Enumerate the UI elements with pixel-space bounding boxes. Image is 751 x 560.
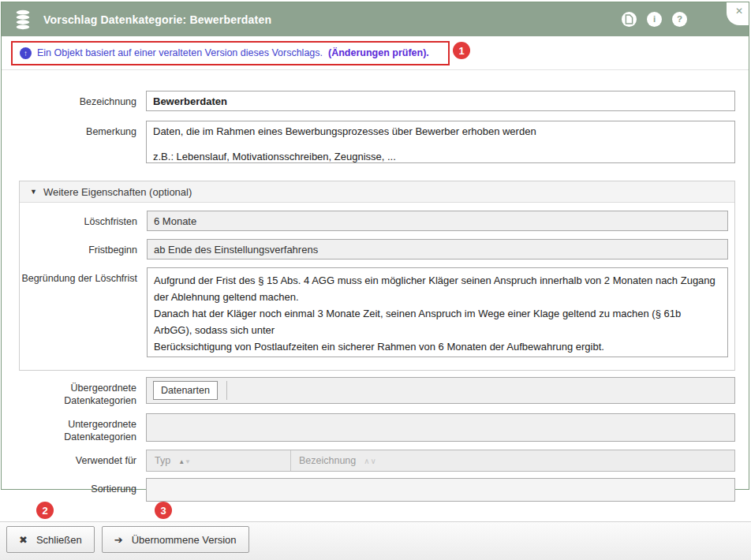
begruendung-row: Begründung der Löschfrist Aufgrund der F… bbox=[20, 267, 728, 360]
dialog-title: Vorschlag Datenkategorie: Bewerberdaten bbox=[43, 13, 271, 26]
sortierung-row: Sortierung bbox=[2, 478, 735, 502]
uebergeordnete-field: Datenarten bbox=[146, 377, 735, 404]
help-icon[interactable]: ? bbox=[672, 12, 687, 27]
bemerkung-row: Bemerkung Daten, die im Rahmen eines Bew… bbox=[2, 121, 735, 166]
fristbeginn-row: Fristbeginn ab Ende des Einstellungsverf… bbox=[20, 239, 728, 259]
uebernommene-version-button[interactable]: ➔ Übernommene Version bbox=[102, 526, 249, 553]
bezeichnung-label: Bezeichnung bbox=[2, 91, 146, 111]
sortierung-field bbox=[146, 478, 735, 502]
arrow-up-circle-icon: ↑ bbox=[20, 47, 32, 59]
callout-badge-2: 2 bbox=[36, 502, 54, 519]
sortierung-label: Sortierung bbox=[2, 478, 146, 502]
dialog-panel: Vorschlag Datenkategorie: Bewerberdaten … bbox=[1, 2, 749, 490]
column-header-bezeichnung[interactable]: Bezeichnung ∧∨ bbox=[291, 450, 385, 471]
verwendet-fuer-label: Verwendet für bbox=[2, 450, 146, 472]
footer-bar: ✖ Schließen ➔ Übernommene Version bbox=[0, 521, 751, 560]
arrow-right-icon: ➔ bbox=[114, 535, 123, 545]
untergeordnete-field bbox=[146, 413, 735, 442]
optional-section: ▼ Weitere Eigenschaften (optional) Lösch… bbox=[19, 181, 735, 371]
optional-section-toggle[interactable]: ▼ Weitere Eigenschaften (optional) bbox=[20, 181, 734, 203]
info-icon[interactable]: i bbox=[647, 12, 662, 27]
untergeordnete-label: Untergeordnete Datenkategorien bbox=[2, 413, 146, 443]
fristbeginn-label: Fristbeginn bbox=[20, 239, 147, 259]
alert-text: Ein Objekt basiert auf einer veralteten … bbox=[37, 47, 323, 58]
bezeichnung-input[interactable] bbox=[146, 91, 735, 111]
database-icon bbox=[13, 9, 33, 30]
datenarten-chip[interactable]: Datenarten bbox=[153, 381, 218, 400]
begruendung-label: Begründung der Löschfrist bbox=[20, 267, 147, 360]
alert-row: ↑ Ein Objekt basiert auf einer veraltete… bbox=[2, 36, 749, 70]
optional-section-title: Weitere Eigenschaften (optional) bbox=[43, 186, 192, 198]
close-button[interactable]: ✕ bbox=[727, 2, 749, 25]
schliessen-button[interactable]: ✖ Schließen bbox=[6, 526, 95, 553]
dialog-header: Vorschlag Datenkategorie: Bewerberdaten … bbox=[2, 2, 749, 36]
form-area: Bezeichnung Bemerkung Daten, die im Rahm… bbox=[2, 70, 749, 502]
verwendet-fuer-table-header: Typ ▲▼ Bezeichnung ∧∨ bbox=[146, 450, 735, 472]
close-x-icon: ✖ bbox=[19, 535, 28, 545]
schliessen-button-label: Schließen bbox=[36, 534, 82, 546]
uebergeordnete-row: Übergeordnete Datenkategorien Datenarten bbox=[2, 377, 735, 407]
close-icon: ✕ bbox=[735, 6, 743, 25]
bezeichnung-row: Bezeichnung bbox=[2, 91, 735, 111]
fristbeginn-field: ab Ende des Einstellungsverfahrens bbox=[147, 239, 728, 259]
sort-icons-bezeichnung: ∧∨ bbox=[364, 457, 377, 465]
bemerkung-textarea[interactable]: Daten, die im Rahmen eines Bewerbungspro… bbox=[146, 121, 735, 163]
loeschfristen-label: Löschfristen bbox=[20, 211, 147, 231]
header-actions: i ? bbox=[622, 12, 687, 27]
loeschfristen-row: Löschfristen 6 Monate bbox=[20, 211, 728, 231]
loeschfristen-field: 6 Monate bbox=[147, 211, 728, 231]
callout-badge-3: 3 bbox=[155, 502, 172, 519]
uebernommene-version-button-label: Übernommene Version bbox=[132, 534, 237, 546]
chip-divider bbox=[226, 381, 227, 400]
untergeordnete-row: Untergeordnete Datenkategorien bbox=[2, 413, 735, 443]
check-changes-link[interactable]: (Änderungen prüfen). bbox=[328, 47, 429, 58]
uebergeordnete-label: Übergeordnete Datenkategorien bbox=[2, 377, 146, 407]
sort-icons-typ: ▲▼ bbox=[178, 455, 191, 466]
optional-section-body: Löschfristen 6 Monate Fristbeginn ab End… bbox=[20, 203, 734, 370]
verwendet-fuer-row: Verwendet für Typ ▲▼ Bezeichnung ∧∨ bbox=[2, 450, 735, 472]
bemerkung-label: Bemerkung bbox=[2, 121, 146, 166]
begruendung-textarea[interactable]: Aufgrund der Frist des § 15 Abs. 4 AGG m… bbox=[147, 267, 728, 357]
pdf-export-icon[interactable] bbox=[622, 12, 637, 27]
outdated-version-alert: ↑ Ein Objekt basiert auf einer veraltete… bbox=[11, 41, 450, 65]
callout-badge-1: 1 bbox=[453, 42, 470, 59]
collapse-icon: ▼ bbox=[30, 188, 37, 196]
column-header-typ[interactable]: Typ ▲▼ bbox=[147, 450, 291, 471]
